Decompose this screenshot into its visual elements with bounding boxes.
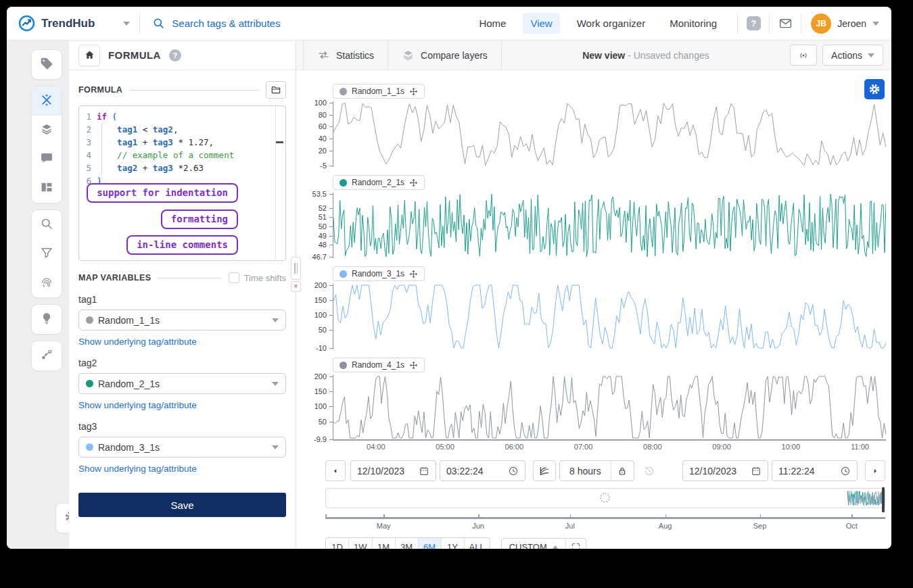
custom-range-button[interactable]: CUSTOM [502, 539, 566, 549]
overview-data-preview [847, 489, 883, 507]
code-line[interactable]: 2 tag1 < tag2, [79, 123, 285, 136]
move-icon [409, 361, 418, 370]
save-button[interactable]: Save [78, 493, 286, 517]
line-number: 4 [79, 149, 97, 162]
funnel-icon [40, 246, 53, 262]
messages-button[interactable] [770, 16, 801, 30]
code-line[interactable]: 1if ( [79, 110, 285, 123]
code-line[interactable]: 5 tag2 + tag3 *2.63 [79, 162, 285, 174]
plot-area-Random_3_1s[interactable] [333, 284, 886, 349]
sidebar-item-filter[interactable] [32, 239, 62, 268]
series-legend-Random_1_1s[interactable]: Random_1_1s [333, 84, 425, 99]
bulb-icon [40, 312, 53, 328]
series-name: Random_4_1s [352, 360, 404, 370]
chart-settings-button[interactable] [864, 79, 885, 99]
fullscreen-range-button[interactable] [566, 539, 586, 549]
tag3-show-underlying-link[interactable]: Show underlying tag/attribute [78, 464, 286, 474]
move-icon [409, 87, 418, 96]
plot-area-Random_2_1s[interactable] [333, 193, 886, 258]
home-button[interactable] [78, 45, 100, 66]
end-time-field[interactable]: 11:22:24 [772, 460, 858, 481]
gear-icon [868, 83, 881, 95]
duration-value[interactable]: 8 hours [560, 466, 611, 476]
range-button-1Y[interactable]: 1Y [442, 538, 465, 549]
plot-area-Random_1_1s[interactable] [333, 101, 886, 167]
tag2-show-underlying-link[interactable]: Show underlying tag/attribute [78, 400, 286, 410]
nav-home[interactable]: Home [471, 13, 513, 34]
y-tick-label: 50 [319, 222, 327, 230]
sidebar-item-fingerprint[interactable] [32, 268, 62, 297]
history-icon [643, 465, 655, 477]
sidebar-item-layers[interactable] [32, 116, 62, 145]
pan-right-button[interactable] [865, 460, 885, 481]
range-buttons-row: 1D1W1M3M6M1YALL CUSTOM [325, 537, 885, 549]
code-line[interactable]: 4 // example of a comment [79, 149, 285, 162]
tag1-chevron-icon [272, 318, 279, 322]
nav-view[interactable]: View [523, 13, 559, 34]
editor-scroll-thumb[interactable] [276, 141, 283, 143]
formula-icon [40, 93, 53, 109]
code-line[interactable]: 3 tag1 + tag3 * 1.27, [79, 136, 285, 149]
panel-resize-handle[interactable] [291, 257, 301, 280]
range-button-1W[interactable]: 1W [349, 538, 373, 549]
start-time-field[interactable]: 03:22:24 [440, 460, 525, 481]
tag1-select[interactable]: Random_1_1s [78, 310, 286, 330]
range-button-ALL[interactable]: ALL [465, 538, 490, 549]
formula-library-button[interactable] [266, 81, 286, 99]
tag3-select[interactable]: Random_3_1s [78, 437, 286, 458]
sidebar-item-tags[interactable] [32, 50, 62, 79]
end-date-field[interactable]: 12/10/2023 [682, 460, 768, 481]
sidebar-item-formula[interactable] [32, 87, 62, 116]
brand-logo[interactable]: TrendHub [7, 14, 139, 32]
series-legend-Random_4_1s[interactable]: Random_4_1s [333, 358, 425, 372]
tag1-show-underlying-link[interactable]: Show underlying tag/attribute [78, 337, 286, 347]
compare-layers-button[interactable]: Compare layers [388, 41, 502, 70]
help-button[interactable]: ? [738, 16, 769, 30]
user-menu[interactable]: JB Jeroen [801, 14, 891, 34]
y-tick-label: -9.9 [314, 435, 327, 443]
formula-panel-header: FORMULA ? [69, 41, 296, 70]
range-button-1D[interactable]: 1D [326, 538, 349, 549]
sidebar-item-comments[interactable] [32, 145, 62, 174]
search-input[interactable]: Search tags & attributes [140, 17, 343, 30]
map-variables-label: MAP VARIABLES [78, 273, 151, 283]
sidebar-item-ideas[interactable] [32, 305, 62, 334]
tag1-value: Random_1_1s [98, 315, 272, 326]
sidebar-item-search[interactable] [32, 210, 62, 239]
y-tick-label: 50 [319, 326, 327, 334]
editor-scroll-track [275, 106, 276, 260]
sidebar-item-dashboard[interactable] [32, 174, 62, 203]
sidebar-item-connections[interactable] [32, 341, 62, 370]
y-tick-label: -10 [316, 344, 327, 352]
panel-close-button[interactable]: × [291, 281, 301, 292]
series-legend-Random_3_1s[interactable]: Random_3_1s [333, 266, 425, 281]
brand-chevron-icon[interactable] [123, 22, 130, 26]
search-placeholder: Search tags & attributes [172, 18, 280, 29]
range-button-6M[interactable]: 6M [419, 538, 442, 549]
live-mode-button[interactable] [790, 45, 817, 66]
nav-work-organizer[interactable]: Work organizer [569, 13, 653, 34]
plot-area-Random_4_1s[interactable] [333, 375, 886, 441]
tag2-select[interactable]: Random_2_1s [78, 373, 286, 394]
pan-left-button[interactable] [325, 460, 346, 481]
overview-selection-handle[interactable] [882, 487, 885, 512]
nav-monitoring[interactable]: Monitoring [662, 13, 724, 34]
graph-icon [40, 348, 53, 364]
y-tick-label: 200 [314, 281, 327, 289]
formula-code-editor[interactable]: 1if (2 tag1 < tag2,3 tag1 + tag3 * 1.27,… [78, 105, 286, 261]
actions-button[interactable]: Actions [822, 45, 883, 66]
range-button-1M[interactable]: 1M [373, 538, 396, 549]
duration-lock-button[interactable] [611, 461, 634, 481]
y-tick-label: -5 [320, 162, 327, 170]
app-window: TrendHub Search tags & attributes Home V… [7, 7, 891, 549]
start-date-field[interactable]: 12/10/2023 [350, 460, 436, 481]
timeline-overview[interactable] [325, 488, 885, 508]
restore-range-button [638, 460, 661, 481]
range-button-3M[interactable]: 3M [396, 538, 419, 549]
time-shifts-checkbox[interactable] [229, 272, 239, 283]
x-tick-label: 08:00 [643, 443, 662, 451]
statistics-button[interactable]: Statistics [303, 41, 388, 70]
scale-curves-button[interactable] [533, 460, 556, 481]
series-legend-Random_2_1s[interactable]: Random_2_1s [333, 175, 425, 190]
formula-help-icon[interactable]: ? [169, 49, 181, 62]
